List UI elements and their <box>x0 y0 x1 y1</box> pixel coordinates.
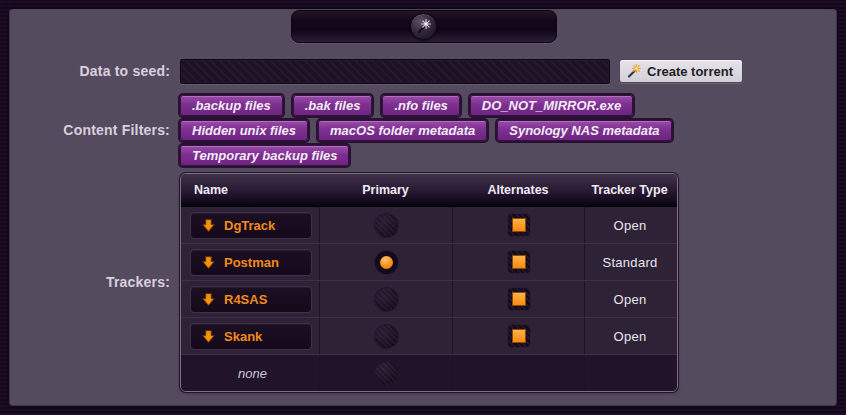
primary-radio[interactable] <box>375 288 398 311</box>
alternates-checkbox[interactable] <box>508 251 530 273</box>
tracker-type-cell: Open <box>584 281 675 317</box>
trackers-table-header: Name Primary Alternates Tracker Type <box>181 174 677 207</box>
tracker-name-button[interactable]: R4SAS <box>190 286 312 313</box>
tracker-row: DgTrack Open <box>181 207 677 243</box>
content-filter-chip-label: .bak files <box>305 98 361 113</box>
content-filter-chip-label: Temporary backup files <box>192 148 337 163</box>
tracker-name-cell: Skank <box>181 318 319 354</box>
download-arrow-icon <box>201 329 216 344</box>
content-filter-chip[interactable]: .nfo files <box>382 95 459 116</box>
tracker-alternates-cell <box>452 318 584 354</box>
content-filter-chip[interactable]: .backup files <box>180 95 283 116</box>
content-filter-chip-label: .backup files <box>192 98 271 113</box>
tracker-type-label: Open <box>613 218 646 233</box>
tracker-name-button[interactable]: Postman <box>190 249 312 276</box>
tracker-row: Postman Standard <box>181 243 677 280</box>
tracker-alternates-cell <box>452 355 584 391</box>
content-filter-chip[interactable]: Hidden unix files <box>180 120 308 141</box>
column-header-alternates: Alternates <box>452 174 584 206</box>
tracker-alternates-cell <box>452 244 584 280</box>
data-to-seed-label: Data to seed: <box>0 63 170 79</box>
tracker-primary-cell <box>319 207 452 243</box>
tracker-name-label: DgTrack <box>224 218 275 233</box>
tracker-type-cell: Standard <box>584 244 675 280</box>
tracker-name-label: Postman <box>224 255 279 270</box>
content-filter-chip-label: Synology NAS metadata <box>509 123 659 138</box>
alternates-checkbox[interactable] <box>508 288 530 310</box>
tracker-type-label: Open <box>613 329 646 344</box>
tracker-row: Skank Open <box>181 317 677 354</box>
alternates-checkbox[interactable] <box>508 214 530 236</box>
content-filter-chip[interactable]: Synology NAS metadata <box>497 120 671 141</box>
tracker-name-button[interactable]: Skank <box>190 323 312 350</box>
tracker-type-cell: Open <box>584 207 675 243</box>
tracker-type-label: Open <box>613 292 646 307</box>
tracker-name-cell: Postman <box>181 244 319 280</box>
magic-wand-icon <box>415 18 432 35</box>
alternates-checkbox[interactable] <box>508 325 530 347</box>
content-filter-chip-label: macOS folder metadata <box>330 123 475 138</box>
tracker-alternates-cell <box>452 207 584 243</box>
top-bar <box>291 10 557 43</box>
primary-radio[interactable] <box>375 251 398 274</box>
tracker-row: R4SAS Open <box>181 280 677 317</box>
trackers-label: Trackers: <box>0 274 170 290</box>
tracker-name-cell: none <box>181 355 319 391</box>
tracker-name-label: Skank <box>224 329 262 344</box>
primary-radio[interactable] <box>375 362 398 385</box>
column-header-tracker-type: Tracker Type <box>584 174 675 206</box>
download-arrow-icon <box>201 292 216 307</box>
tracker-type-cell <box>584 355 675 391</box>
tracker-none-label: none <box>238 366 267 381</box>
content-filter-chip-label: .nfo files <box>394 98 447 113</box>
magic-wand-knob-button[interactable] <box>410 13 437 40</box>
primary-radio[interactable] <box>375 214 398 237</box>
tracker-type-cell: Open <box>584 318 675 354</box>
download-arrow-icon <box>201 255 216 270</box>
tracker-primary-cell <box>319 318 452 354</box>
content-filter-chip[interactable]: Temporary backup files <box>180 145 349 166</box>
create-torrent-button[interactable]: Create torrent <box>619 59 743 83</box>
content-filters-label: Content Filters: <box>0 122 170 138</box>
tracker-alternates-cell <box>452 281 584 317</box>
tracker-name-cell: DgTrack <box>181 207 319 243</box>
column-header-name: Name <box>181 174 319 206</box>
content-filter-chip[interactable]: macOS folder metadata <box>318 120 487 141</box>
data-to-seed-input[interactable] <box>180 59 610 84</box>
tracker-primary-cell <box>319 281 452 317</box>
create-torrent-button-label: Create torrent <box>647 64 733 79</box>
content-filters-chip-list: .backup files .bak files .nfo files DO_N… <box>180 95 720 166</box>
trackers-table-body: DgTrack Open Postman <box>181 207 677 391</box>
content-filter-chip-label: DO_NOT_MIRROR.exe <box>482 98 621 113</box>
download-arrow-icon <box>201 218 216 233</box>
tracker-name-label: R4SAS <box>224 292 267 307</box>
tracker-primary-cell <box>319 244 452 280</box>
primary-radio[interactable] <box>375 325 398 348</box>
tracker-row: none <box>181 354 677 391</box>
content-filter-chip[interactable]: DO_NOT_MIRROR.exe <box>470 95 633 116</box>
trackers-table: Name Primary Alternates Tracker Type DgT… <box>180 173 678 392</box>
content-filter-chip[interactable]: .bak files <box>293 95 373 116</box>
magic-wand-icon <box>626 63 642 79</box>
content-filter-chip-label: Hidden unix files <box>192 123 296 138</box>
column-header-primary: Primary <box>319 174 452 206</box>
tracker-name-button[interactable]: DgTrack <box>190 212 312 239</box>
tracker-primary-cell <box>319 355 452 391</box>
tracker-name-cell: R4SAS <box>181 281 319 317</box>
tracker-type-label: Standard <box>602 255 657 270</box>
